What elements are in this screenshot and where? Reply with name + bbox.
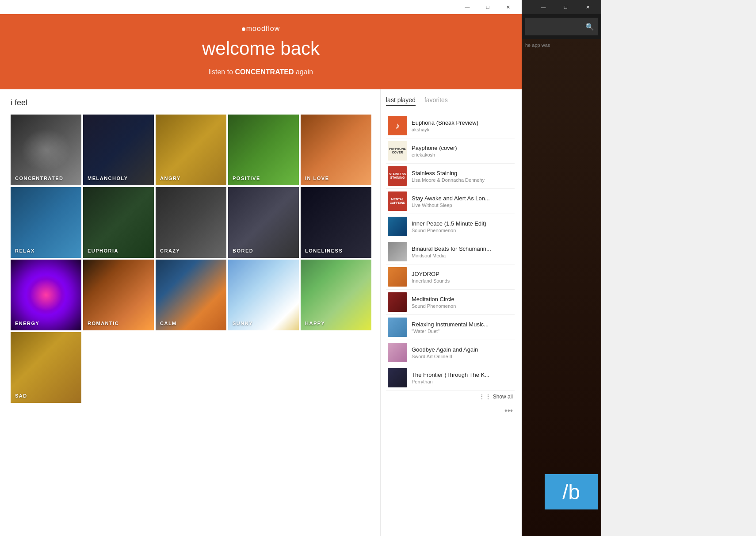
rp-message: he app was (522, 39, 601, 51)
grid-icon: ⋮⋮ (479, 393, 491, 400)
subtitle-keyword[interactable]: CONCENTRATED (235, 68, 294, 76)
mood-grid: CONCENTRATEDMELANCHOLYANGRYPOSITIVEIN LO… (11, 115, 371, 403)
mood-label-sad: SAD (15, 393, 27, 398)
track-item[interactable]: Meditation CircleSound Phenomenon (386, 290, 515, 315)
track-info: Stainless StainingLisa Moore & Donnacha … (412, 170, 513, 183)
track-title: Relaxing Instrumental Music... (412, 321, 513, 328)
content-area: i feel CONCENTRATEDMELANCHOLYANGRYPOSITI… (0, 89, 522, 536)
show-all-row: ⋮⋮ Show all (386, 391, 515, 403)
track-info: Binaural Beats for Schumann...Mindsoul M… (412, 245, 513, 258)
rp-overlay: /b (545, 474, 598, 509)
track-thumbnail (388, 292, 407, 312)
rp-maximize[interactable]: □ (555, 0, 576, 14)
track-artist: Lisa Moore & Donnacha Dennehy (412, 177, 513, 183)
rp-minimize[interactable]: — (533, 0, 554, 14)
track-info: Payphone (cover)eriekakosh (412, 145, 513, 157)
track-thumbnail: STAINLESS STAINING (388, 166, 407, 186)
overlay-letter: /b (562, 480, 580, 504)
sidebar-tabs: last played favorites (386, 96, 515, 106)
titlebar: — □ ✕ (0, 0, 522, 14)
mood-label-positive: POSITIVE (233, 176, 260, 181)
right-panel-search[interactable]: 🔍 (525, 18, 598, 35)
mood-tile-angry[interactable]: ANGRY (156, 115, 226, 185)
subtitle-suffix: again (294, 68, 313, 76)
track-thumbnail (388, 343, 407, 362)
track-list: Euphoria (Sneak Preview)akshaykPAYPHONE … (386, 113, 515, 391)
track-thumbnail (388, 318, 407, 337)
track-item[interactable]: Goodbye Again and AgainSword Art Online … (386, 340, 515, 365)
mood-tile-concentrated[interactable]: CONCENTRATED (11, 115, 81, 185)
right-panel: — □ ✕ 🔍 he app was /b (522, 0, 601, 536)
track-title: Payphone (cover) (412, 145, 513, 151)
app-logo: moodflow (0, 25, 522, 33)
track-artist: akshayk (412, 127, 513, 132)
mood-tile-energy[interactable]: ENERGY (11, 260, 81, 330)
mood-tile-loneliness[interactable]: LONELINESS (301, 187, 371, 258)
mood-label-inlove: IN LOVE (305, 176, 329, 181)
minimize-button[interactable]: — (457, 0, 477, 14)
more-options[interactable]: ••• (386, 403, 515, 419)
mood-label-euphoria: EUPHORIA (88, 248, 118, 253)
mood-tile-romantic[interactable]: ROMANTIC (83, 260, 154, 330)
mood-tile-relax[interactable]: RELAX (11, 187, 81, 258)
mood-tile-euphoria[interactable]: EUPHORIA (83, 187, 154, 258)
mood-label-loneliness: LONELINESS (305, 248, 343, 253)
mood-tile-crazy[interactable]: CRAZY (156, 187, 226, 258)
mood-tile-melancholy[interactable]: MELANCHOLY (83, 115, 154, 185)
track-artist: Sound Phenomenon (412, 228, 513, 233)
mood-label-relax: RELAX (15, 248, 35, 253)
mood-label-romantic: ROMANTIC (88, 321, 119, 326)
track-thumbnail (388, 368, 407, 387)
track-title: The Frontier (Through The K... (412, 371, 513, 378)
track-thumbnail: PAYPHONE COVER (388, 141, 407, 161)
track-thumbnail (388, 217, 407, 236)
track-thumbnail (388, 242, 407, 261)
show-all-label: Show all (493, 394, 513, 400)
mood-tile-positive[interactable]: POSITIVE (228, 115, 299, 185)
track-item[interactable]: PAYPHONE COVERPayphone (cover)eriekakosh (386, 138, 515, 164)
track-info: The Frontier (Through The K...Perrythan (412, 371, 513, 384)
tab-favorites[interactable]: favorites (424, 96, 448, 106)
track-info: JOYDROPInnerland Sounds (412, 271, 513, 283)
track-item[interactable]: JOYDROPInnerland Sounds (386, 264, 515, 290)
mood-tile-bored[interactable]: BORED (228, 187, 299, 258)
mood-tile-sad[interactable]: SAD (11, 332, 81, 403)
hero-subtitle: listen to CONCENTRATED again (0, 68, 522, 76)
track-item[interactable]: Inner Peace (1.5 Minute Edit)Sound Pheno… (386, 214, 515, 239)
mood-label-happy: HAPPY (305, 321, 325, 326)
mood-tile-calm[interactable]: CALM (156, 260, 226, 330)
maximize-button[interactable]: □ (477, 0, 498, 14)
track-artist: Perrythan (412, 379, 513, 384)
track-title: Binaural Beats for Schumann... (412, 245, 513, 252)
mood-label-sunny: SUNNY (233, 321, 253, 326)
right-panel-titlebar: — □ ✕ (522, 0, 601, 14)
mood-label-angry: ANGRY (160, 176, 181, 181)
track-thumbnail (388, 267, 407, 287)
track-item[interactable]: Euphoria (Sneak Preview)akshayk (386, 113, 515, 138)
track-item[interactable]: The Frontier (Through The K...Perrythan (386, 365, 515, 391)
track-artist: Sound Phenomenon (412, 303, 513, 309)
mood-tile-happy[interactable]: HAPPY (301, 260, 371, 330)
track-artist: Innerland Sounds (412, 278, 513, 283)
track-info: Stay Awake and Alert As Lon...Live Witho… (412, 195, 513, 208)
track-item[interactable]: Relaxing Instrumental Music..."Water Due… (386, 315, 515, 340)
tab-last-played[interactable]: last played (386, 96, 416, 106)
mood-section: i feel CONCENTRATEDMELANCHOLYANGRYPOSITI… (0, 89, 380, 536)
close-button[interactable]: ✕ (498, 0, 518, 14)
welcome-title: welcome back (0, 38, 522, 59)
mood-tile-sunny[interactable]: SUNNY (228, 260, 299, 330)
track-title: Stay Awake and Alert As Lon... (412, 195, 513, 202)
sidebar: last played favorites Euphoria (Sneak Pr… (380, 89, 522, 536)
track-item[interactable]: MENTAL CAFFEINEStay Awake and Alert As L… (386, 189, 515, 214)
track-item[interactable]: STAINLESS STAININGStainless StainingLisa… (386, 164, 515, 189)
mood-label-bored: BORED (233, 248, 253, 253)
rp-close[interactable]: ✕ (577, 0, 598, 14)
track-artist: Live Without Sleep (412, 203, 513, 208)
track-artist: eriekakosh (412, 152, 513, 157)
track-info: Relaxing Instrumental Music..."Water Due… (412, 321, 513, 334)
mood-tile-inlove[interactable]: IN LOVE (301, 115, 371, 185)
mood-label-crazy: CRAZY (160, 248, 180, 253)
track-item[interactable]: Binaural Beats for Schumann...Mindsoul M… (386, 239, 515, 264)
show-all-button[interactable]: ⋮⋮ Show all (479, 393, 513, 400)
track-artist: Mindsoul Media (412, 253, 513, 258)
